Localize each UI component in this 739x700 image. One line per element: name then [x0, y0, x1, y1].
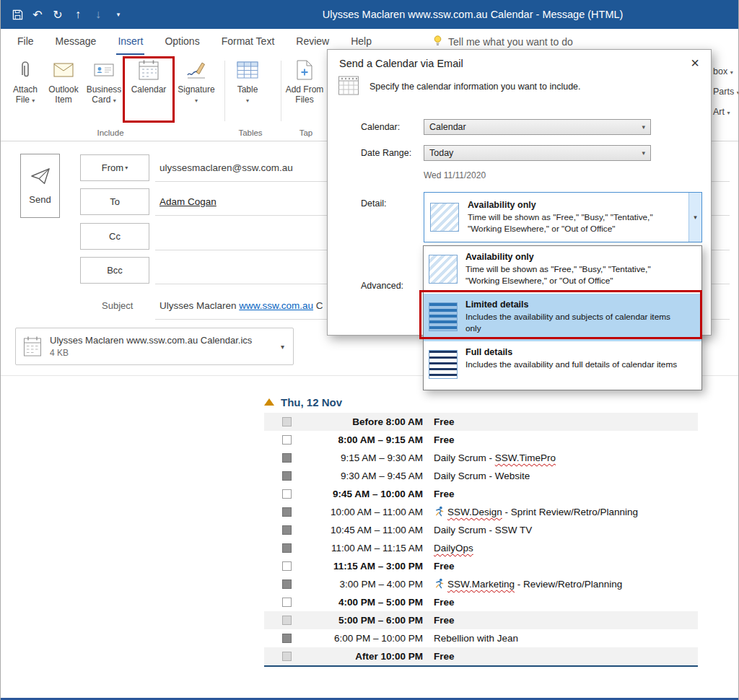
row-checkbox[interactable]: [282, 471, 292, 481]
to-value[interactable]: Adam Cogan: [159, 188, 217, 215]
calendar-row: 4:00 PM – 5:00 PMFree: [264, 593, 698, 611]
ribbon-group-tap: Tap: [299, 128, 313, 137]
day-header: Thu, 12 Nov: [281, 396, 342, 408]
calendar-row: 6:00 PM – 10:00 PMRebellion with Jean: [264, 629, 698, 647]
detail-level-icon: [429, 350, 458, 379]
row-desc: Free: [434, 651, 455, 662]
row-checkbox[interactable]: [282, 525, 292, 535]
calendar-dropdown[interactable]: Calendar ▾: [424, 119, 651, 135]
from-button[interactable]: From▾: [80, 154, 149, 181]
ribbon-button-outlook-item[interactable]: OutlookItem: [45, 57, 82, 105]
attachment-size: 4 KB: [50, 348, 252, 358]
undo-button[interactable]: ↶: [28, 5, 47, 24]
row-time: 9:15 AM – 9:30 AM: [294, 452, 423, 463]
quick-parts-button-partial[interactable]: Parts ▾: [713, 87, 739, 97]
subject-link[interactable]: www.ssw.com.au: [239, 300, 313, 311]
row-checkbox[interactable]: [282, 616, 292, 625]
tab-file[interactable]: File: [16, 29, 35, 55]
chevron-down-icon: ▾: [730, 69, 733, 76]
chevron-down-icon: ▾: [117, 11, 121, 18]
row-time: 11:15 AM – 3:00 PM: [294, 561, 423, 572]
row-checkbox[interactable]: [282, 634, 292, 643]
ribbon-button-attach-file[interactable]: AttachFile ▾: [6, 57, 44, 105]
redo-button[interactable]: ↻: [48, 5, 67, 24]
dialog-title: Send a Calendar via Email: [339, 58, 463, 69]
option-title: Full details: [465, 347, 683, 357]
calendar-preview: Thu, 12 Nov Before 8:00 AMFree8:00 AM – …: [264, 394, 698, 667]
misspelled-text: SSW.TimePro: [495, 452, 556, 463]
calendar-row: 11:00 AM – 11:15 AMDailyOps: [264, 539, 698, 557]
subject-text: Ulysses Maclaren: [159, 300, 239, 311]
row-checkbox[interactable]: [282, 652, 292, 661]
ribbon-button-table[interactable]: Table▾: [229, 57, 266, 105]
wordart-button-partial[interactable]: Art ▾: [713, 107, 730, 117]
row-checkbox[interactable]: [282, 417, 292, 426]
row-time: 3:00 PM – 4:00 PM: [294, 579, 423, 590]
desc-text: Daily Scrum -: [434, 452, 495, 463]
row-desc: Free: [434, 597, 455, 608]
row-desc: Rebellion with Jean: [434, 633, 518, 644]
row-desc: Free: [434, 416, 455, 427]
ribbon-group-separator: [224, 61, 225, 121]
row-checkbox[interactable]: [282, 543, 292, 553]
collapse-triangle-icon[interactable]: [264, 398, 274, 406]
detail-option-availability-only[interactable]: Availability onlyTime will be shown as "…: [424, 246, 701, 294]
detail-combobox-arrow[interactable]: ▾: [688, 193, 701, 242]
next-item-button[interactable]: ↓: [89, 5, 108, 24]
misspelled-text: SSW.Marketing: [447, 579, 515, 590]
row-time: 6:00 PM – 10:00 PM: [294, 633, 423, 644]
date-range-dropdown[interactable]: Today ▾: [424, 145, 651, 161]
row-checkbox[interactable]: [282, 489, 292, 499]
tab-format-text[interactable]: Format Text: [220, 29, 276, 55]
chevron-down-icon: ▾: [113, 97, 116, 104]
subject-label: Subject: [102, 292, 133, 318]
attachment-menu-button[interactable]: ▾: [272, 343, 293, 351]
desc-text: Free: [434, 489, 455, 499]
chevron-down-icon: ▾: [642, 149, 645, 157]
option-desc: Time will be shown as "Free," "Busy," "T…: [465, 264, 683, 287]
detail-field-label: Detail:: [361, 198, 386, 209]
ribbon-button-add-from-files[interactable]: Add FromFiles: [284, 57, 325, 105]
text-box-button-partial[interactable]: box ▾: [713, 66, 733, 76]
tab-insert[interactable]: Insert: [116, 29, 144, 55]
desc-text: Daily Scrum - Website: [434, 471, 530, 481]
desc-text: Daily Scrum - SSW TV: [434, 525, 532, 535]
cc-button[interactable]: Cc: [80, 223, 149, 250]
calendar-row: 10:00 AM – 11:00 AMSSW.Design - Sprint R…: [264, 503, 698, 521]
tell-me-label: Tell me what you want to do: [448, 36, 573, 48]
dialog-close-button[interactable]: ×: [685, 53, 705, 72]
row-checkbox[interactable]: [282, 435, 292, 445]
desc-text: Free: [434, 615, 455, 626]
quick-access-toolbar: ↶ ↻ ↑ ↓ ▾: [1, 5, 128, 24]
row-checkbox[interactable]: [282, 561, 292, 571]
annotation-box-calendar-button: [123, 56, 175, 123]
misspelled-text: DailyOps: [434, 543, 473, 554]
send-button[interactable]: Send: [20, 154, 60, 218]
row-checkbox[interactable]: [282, 507, 292, 517]
selected-detail-text: Availability only Time will be shown as …: [468, 200, 675, 235]
row-checkbox[interactable]: [282, 453, 292, 463]
customize-qat-button[interactable]: ▾: [109, 5, 128, 24]
row-checkbox[interactable]: [282, 598, 292, 607]
detail-option-full-details[interactable]: Full detailsIncludes the availability an…: [424, 341, 701, 389]
tell-me-box[interactable]: Tell me what you want to do: [432, 35, 573, 48]
previous-item-button[interactable]: ↑: [69, 5, 87, 24]
detail-combobox[interactable]: Availability only Time will be shown as …: [424, 192, 702, 242]
to-button[interactable]: To: [80, 188, 149, 215]
desc-text: Free: [434, 597, 455, 608]
attachment-card[interactable]: Ulysses Maclaren www.ssw.com.au Calendar…: [15, 328, 294, 365]
bcc-button[interactable]: Bcc: [80, 257, 149, 284]
tab-review[interactable]: Review: [294, 29, 331, 55]
calendar-row: 11:15 AM – 3:00 PMFree: [264, 557, 698, 575]
tab-message[interactable]: Message: [54, 29, 98, 55]
runner-icon: [434, 578, 445, 591]
row-checkbox[interactable]: [282, 579, 292, 589]
save-button[interactable]: [8, 5, 27, 24]
ribbon-button-signature[interactable]: Signature▾: [175, 57, 218, 105]
chevron-down-icon: ▾: [195, 97, 198, 104]
tab-options[interactable]: Options: [163, 29, 201, 55]
send-label: Send: [29, 194, 51, 205]
ribbon-button-business-card[interactable]: BusinessCard ▾: [83, 57, 125, 105]
outlook-message-window: ↶ ↻ ↑ ↓ ▾ Ulysses Maclaren www.ssw.com.a…: [0, 0, 739, 700]
chevron-down-icon: ▾: [642, 123, 645, 131]
